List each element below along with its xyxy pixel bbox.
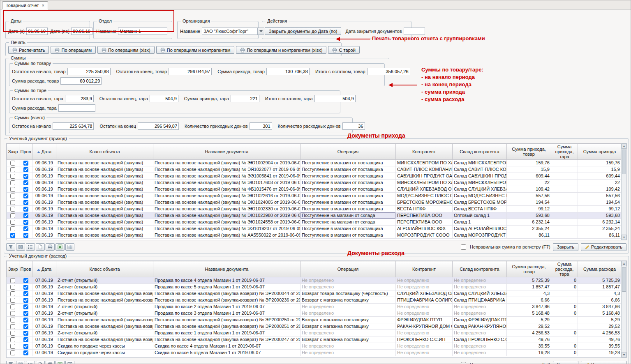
close-date-input[interactable] [404, 28, 425, 35]
cell-doc_name[interactable]: Поставка на основе накладной (закупка) №… [153, 212, 300, 219]
cell-closed[interactable] [7, 310, 19, 317]
excel-icon[interactable] [55, 243, 65, 251]
cell-doc_name[interactable]: Поставка на основе накладной (закупка-во… [153, 290, 300, 297]
cell-sum_total[interactable]: 15,9 [578, 166, 622, 173]
closed-checkbox[interactable] [10, 285, 15, 290]
checked-checkbox[interactable] [23, 180, 28, 185]
cell-contragent[interactable]: Не определено [396, 350, 453, 356]
cell-operation[interactable]: Не определено [300, 343, 396, 350]
cell-warehouse[interactable]: Склад ВЕСТА НПКФ [453, 206, 507, 212]
cell-doc_name[interactable]: Поставка на основе накладной (закупка) №… [153, 173, 300, 180]
cell-sum_goods[interactable]: 5 168,48 [507, 310, 551, 317]
cell-date[interactable]: 09.06.19 [32, 166, 56, 173]
cell-doc_class[interactable]: Z-отчет (открытый) [56, 310, 153, 317]
cell-contragent[interactable]: ВЕСТА НПКФ [396, 206, 453, 212]
cell-operation[interactable]: Поступление в магазин от поставщика [300, 193, 396, 199]
col-header-checked[interactable]: Пров [19, 144, 32, 160]
cell-checked[interactable] [19, 180, 32, 186]
cell-sum_total[interactable]: 1 857,47 [578, 284, 622, 290]
cell-date[interactable]: 07.06.19 [32, 290, 56, 297]
tare-income-input[interactable] [231, 95, 259, 102]
cell-sum_goods[interactable]: 194,54 [507, 199, 551, 206]
col-header-doc_name[interactable]: Название документа [153, 261, 300, 277]
filter-icon[interactable] [6, 361, 15, 364]
cell-sum_tare[interactable]: 0 [551, 304, 578, 310]
cell-sum_tare[interactable]: 0 [551, 277, 578, 284]
cell-operation[interactable]: Поступление в магазин от поставщика [300, 173, 396, 180]
close-button[interactable]: Закрыть [553, 243, 578, 251]
table-row[interactable]: 07.06.19Z-отчет (открытый)Продажа по кас… [7, 277, 622, 284]
cell-doc_class[interactable]: Z-отчет (открытый) [56, 330, 153, 336]
cell-sum_goods[interactable]: 6 232,14 [507, 219, 551, 226]
cell-warehouse[interactable]: Склад АГРОЛАЙНПЛЮС К [453, 226, 507, 232]
cell-contragent[interactable]: ПЕРСПЕКТИВА ООО [396, 219, 453, 226]
cell-sum_tare[interactable] [551, 173, 578, 180]
closed-checkbox[interactable] [10, 194, 15, 198]
cell-contragent[interactable]: АГРОЛАЙНПЛЮС КФХ [396, 226, 453, 232]
cell-sum_goods[interactable]: 19,28 [507, 350, 551, 356]
cell-date[interactable]: 09.06.19 [32, 206, 56, 212]
checked-checkbox[interactable] [23, 304, 28, 309]
scroll-up-icon[interactable]: ▲ [622, 143, 626, 149]
cell-sum_total[interactable]: 4 256,53 [578, 330, 622, 336]
checked-checkbox[interactable] [23, 213, 28, 218]
cell-closed[interactable] [7, 284, 19, 290]
cell-warehouse[interactable]: Склад САВИТ-ПЛЮС КОМ [453, 166, 507, 173]
cell-contragent[interactable]: Не определено [396, 304, 453, 310]
col-header-sum_goods[interactable]: Сумма прихода, товар [507, 144, 551, 160]
scroll-thumb[interactable] [622, 150, 626, 174]
cell-sum_goods[interactable]: 1 857,47 [507, 284, 551, 290]
cell-doc_name[interactable]: Поставка на основе накладной (закупка-во… [153, 336, 300, 343]
cell-contragent[interactable]: САВУШКИН ПРОДУКТ ОА [396, 173, 453, 180]
cell-sum_tare[interactable] [551, 219, 578, 226]
edit-button[interactable]: Редактировать [581, 243, 626, 251]
table-row[interactable]: 07.06.19Поставка на основе накладной (за… [7, 323, 622, 330]
cell-operation[interactable]: Поступление в магазин от поставщика [300, 166, 396, 173]
cell-sum_goods[interactable]: 159,76 [507, 160, 551, 166]
cell-sum_total[interactable]: 19,28 [578, 350, 622, 356]
cell-date[interactable]: 07.06.19 [32, 323, 56, 330]
cell-doc_class[interactable]: Z-отчет (открытый) [56, 304, 153, 310]
cell-date[interactable]: 07.06.19 [32, 297, 56, 304]
col-header-sum_total[interactable]: Сумма прихода [578, 144, 622, 160]
table-row[interactable]: 09.06.19Поставка на основе накладной (за… [7, 193, 622, 199]
scroll-track[interactable] [622, 266, 626, 352]
closed-checkbox[interactable] [10, 167, 15, 172]
cell-sum_total[interactable]: 6,66 [578, 297, 622, 304]
closed-checkbox[interactable] [10, 324, 15, 329]
cell-doc_name[interactable]: Поставка на основе накладной (закупка) №… [153, 186, 300, 193]
cell-contragent[interactable]: РАКАН-КРУПЯНОЙ ДОМ С [396, 323, 453, 330]
cell-checked[interactable] [19, 350, 32, 356]
cell-date[interactable]: 07.06.19 [32, 284, 56, 290]
col-header-checked[interactable]: Пров [19, 261, 32, 277]
cell-sum_goods[interactable]: 29,52 [507, 323, 551, 330]
new-document-icon[interactable] [36, 361, 45, 364]
col-header-doc_name[interactable]: Название документа [153, 144, 300, 160]
cell-checked[interactable] [19, 323, 32, 330]
cell-doc_name[interactable]: Продажа по кассе 1 отдела Магазин 1 от 2… [153, 330, 300, 336]
cell-operation[interactable]: Не определено [300, 310, 396, 317]
cell-doc_name[interactable]: Поставка на основе накладной (закупка-во… [153, 323, 300, 330]
cell-warehouse[interactable]: Не определено [453, 330, 507, 336]
checked-checkbox[interactable] [23, 331, 28, 336]
col-header-doc_class[interactable]: Класс объекта [56, 144, 153, 160]
cell-contragent[interactable]: ФРЭШФУДПАК ПТУП [396, 317, 453, 323]
vertical-scrollbar[interactable]: ▲ ▼ [621, 261, 626, 357]
cell-doc_name[interactable]: Скидка по кассе 4 отдела Магазин 1 от 20… [153, 343, 300, 350]
checked-checkbox[interactable] [23, 285, 28, 290]
cell-date[interactable]: 07.06.19 [32, 330, 56, 336]
cell-doc_name[interactable]: Скидка по кассе 5 отдела Магазин 1 от 20… [153, 350, 300, 356]
col-header-closed[interactable]: Закр [7, 261, 19, 277]
cell-date[interactable]: 09.06.19 [32, 160, 56, 166]
edit-button[interactable]: Редактировать [581, 361, 626, 364]
cell-closed[interactable] [7, 343, 19, 350]
cell-sum_tare[interactable] [551, 160, 578, 166]
cell-contragent[interactable]: Не определено [396, 343, 453, 350]
scroll-down-icon[interactable]: ▼ [622, 235, 626, 240]
closed-checkbox[interactable] [10, 226, 15, 231]
cell-sum_goods[interactable]: 99,12 [507, 206, 551, 212]
cell-contragent[interactable]: Не определено [396, 330, 453, 336]
cell-date[interactable]: 07.06.19 [32, 350, 56, 356]
cell-contragent[interactable]: МОДУС-БИЗНЕС ПЛЮС С [396, 193, 453, 199]
closed-checkbox[interactable] [10, 344, 15, 349]
